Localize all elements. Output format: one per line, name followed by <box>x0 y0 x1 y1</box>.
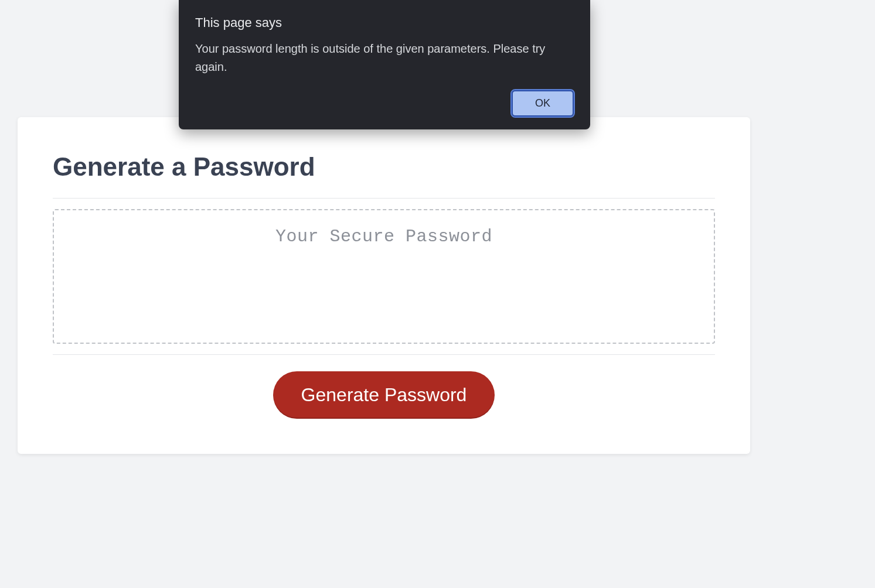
alert-dialog: This page says Your password length is o… <box>179 0 590 129</box>
alert-title: This page says <box>195 15 574 30</box>
password-output-box: Your Secure Password <box>53 209 715 344</box>
alert-actions: OK <box>195 90 574 117</box>
ok-button[interactable]: OK <box>512 90 574 117</box>
password-placeholder-text: Your Secure Password <box>275 227 492 247</box>
password-generator-card: Generate a Password Your Secure Password… <box>18 117 750 454</box>
divider <box>53 198 715 199</box>
button-row: Generate Password <box>53 371 715 419</box>
generate-password-button[interactable]: Generate Password <box>273 371 495 419</box>
alert-message: Your password length is outside of the g… <box>195 40 559 76</box>
divider <box>53 354 715 355</box>
page-title: Generate a Password <box>53 152 715 182</box>
